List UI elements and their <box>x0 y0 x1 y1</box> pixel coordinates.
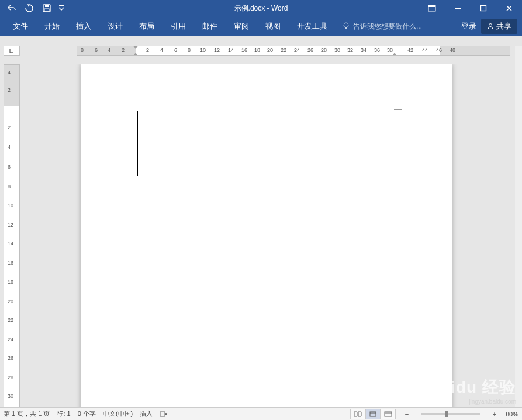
statusbar: 第 1 页，共 1 页 行: 1 0 个字 中文(中国) 插入 − + 80% <box>0 407 522 420</box>
zoom-out-button[interactable]: − <box>403 411 411 418</box>
hruler-tick: 4 <box>108 47 110 53</box>
svg-rect-6 <box>455 8 461 9</box>
hruler-tick: 32 <box>347 47 353 53</box>
share-label: 共享 <box>496 21 511 32</box>
status-macro-recorder[interactable] <box>160 411 168 418</box>
hruler-tick: 20 <box>267 47 273 53</box>
zoom-level[interactable]: 80% <box>506 411 518 418</box>
vruler-tick: 4 <box>8 70 11 75</box>
save-button[interactable] <box>40 1 54 15</box>
document-area[interactable] <box>25 64 515 407</box>
vruler-tick: 16 <box>8 260 13 266</box>
hruler-tick: 36 <box>374 47 380 53</box>
maximize-button[interactable] <box>471 0 496 16</box>
tab-design[interactable]: 设计 <box>99 16 131 36</box>
view-read-mode[interactable] <box>350 409 365 419</box>
ribbon-display-options-button[interactable] <box>419 0 445 16</box>
status-line-number[interactable]: 行: 1 <box>57 409 70 418</box>
horizontal-ruler[interactable]: 8 6 4 2 2 4 6 8 10 12 14 16 18 20 22 24 … <box>77 46 510 56</box>
undo-button[interactable] <box>5 1 19 15</box>
status-page-count[interactable]: 第 1 页，共 1 页 <box>4 409 50 418</box>
vruler-tick: 24 <box>8 336 13 342</box>
tab-references[interactable]: 引用 <box>163 16 194 36</box>
minimize-button[interactable] <box>445 0 471 16</box>
tab-layout[interactable]: 布局 <box>131 16 163 36</box>
svg-rect-1 <box>45 5 49 7</box>
vruler-tick: 2 <box>8 87 11 93</box>
ribbon-tabs: 文件 开始 插入 设计 布局 引用 邮件 审阅 视图 开发工具 告诉我您想要做什… <box>0 16 522 36</box>
hruler-tick: 6 <box>95 47 98 53</box>
hruler-tick: 14 <box>228 47 234 53</box>
hruler-tick: 18 <box>254 47 260 53</box>
svg-rect-2 <box>44 9 49 12</box>
login-link[interactable]: 登录 <box>461 21 476 32</box>
hruler-tick: 42 <box>407 47 413 53</box>
share-button[interactable]: 共享 <box>481 19 517 34</box>
hruler-tick: 24 <box>294 47 300 53</box>
vruler-tick: 28 <box>8 374 13 380</box>
close-button[interactable] <box>496 0 522 16</box>
hruler-tick: 8 <box>81 47 84 53</box>
hruler-tick: 22 <box>281 47 286 53</box>
window-title: 示例.docx - Word <box>234 4 288 13</box>
hruler-tick: 4 <box>160 47 163 53</box>
hruler-tick: 6 <box>174 47 177 53</box>
hruler-tick: 34 <box>361 47 367 53</box>
tab-view[interactable]: 视图 <box>257 16 289 36</box>
vruler-tick: 20 <box>8 298 13 304</box>
hruler-tick: 26 <box>307 47 313 53</box>
tell-me-search[interactable]: 告诉我您想要做什么... <box>336 22 429 32</box>
status-insert-mode[interactable]: 插入 <box>140 409 153 418</box>
tab-review[interactable]: 审阅 <box>226 16 257 36</box>
svg-rect-11 <box>160 412 165 416</box>
zoom-in-button[interactable]: + <box>490 411 499 418</box>
status-word-count[interactable]: 0 个字 <box>78 409 96 418</box>
vertical-scrollbar[interactable] <box>515 46 522 407</box>
view-web-layout[interactable] <box>381 409 396 419</box>
tab-mailings[interactable]: 邮件 <box>194 16 226 36</box>
tab-developer[interactable]: 开发工具 <box>289 16 336 36</box>
hruler-tick: 30 <box>334 47 340 53</box>
vruler-tick: 4 <box>8 144 11 150</box>
svg-rect-15 <box>385 412 392 416</box>
vertical-ruler[interactable]: 4 2 2 4 6 8 10 12 14 16 18 20 22 24 26 2… <box>4 64 20 407</box>
margin-guide-tl <box>131 103 139 111</box>
view-mode-buttons <box>350 409 396 419</box>
svg-rect-13 <box>370 412 376 416</box>
hruler-tick: 46 <box>436 47 442 53</box>
svg-point-10 <box>489 24 492 27</box>
redo-button[interactable] <box>22 1 36 15</box>
workspace: 8 6 4 2 2 4 6 8 10 12 14 16 18 20 22 24 … <box>0 36 522 407</box>
view-print-layout[interactable] <box>365 409 381 419</box>
window-controls <box>419 0 522 16</box>
document-page[interactable] <box>81 64 452 407</box>
svg-point-12 <box>165 413 167 415</box>
status-language[interactable]: 中文(中国) <box>103 409 133 418</box>
vruler-tick: 14 <box>8 241 13 247</box>
margin-guide-tr <box>394 102 402 110</box>
right-indent-marker[interactable] <box>392 53 397 56</box>
hanging-indent-marker[interactable] <box>133 53 139 56</box>
titlebar: 示例.docx - Word <box>0 0 522 16</box>
svg-rect-9 <box>345 27 347 29</box>
vruler-tick: 8 <box>8 183 11 189</box>
qat-customize-button[interactable] <box>57 1 65 15</box>
svg-rect-3 <box>59 5 64 6</box>
zoom-slider[interactable] <box>421 413 480 415</box>
tab-selector[interactable] <box>4 46 20 56</box>
vruler-tick: 30 <box>8 393 13 399</box>
first-line-indent-marker[interactable] <box>133 46 139 49</box>
vruler-tick: 12 <box>8 222 13 228</box>
tab-insert[interactable]: 插入 <box>68 16 99 36</box>
hruler-tick: 16 <box>241 47 247 53</box>
tab-home[interactable]: 开始 <box>36 16 68 36</box>
hruler-tick: 48 <box>450 47 455 53</box>
zoom-slider-thumb[interactable] <box>445 411 448 417</box>
vruler-tick: 10 <box>8 203 13 209</box>
hruler-tick: 8 <box>188 47 191 53</box>
hruler-tick: 12 <box>214 47 220 53</box>
vruler-tick: 22 <box>8 317 13 323</box>
lightbulb-icon <box>343 22 350 30</box>
tab-file[interactable]: 文件 <box>5 16 36 36</box>
vruler-top-margin <box>4 65 19 106</box>
